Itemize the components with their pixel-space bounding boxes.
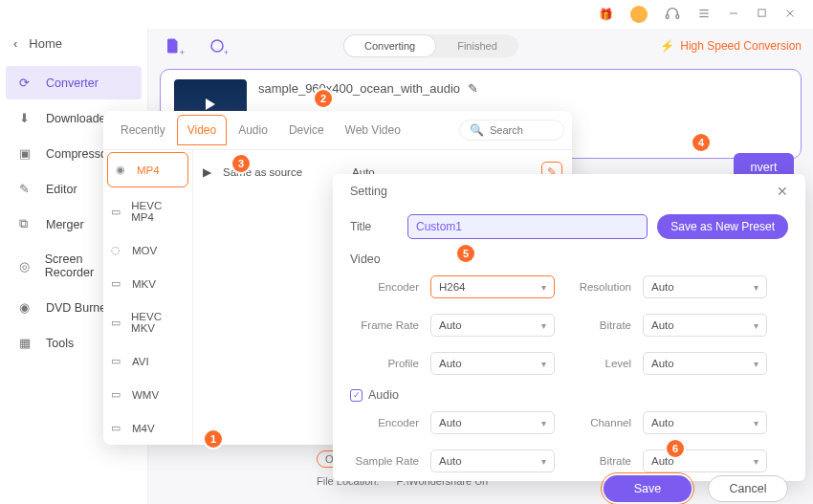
- video-framerate-select[interactable]: Auto▾: [430, 314, 555, 337]
- high-speed-toggle[interactable]: ⚡ High Speed Conversion: [660, 39, 802, 53]
- svg-rect-6: [758, 10, 765, 16]
- tab-finished[interactable]: Finished: [436, 34, 518, 57]
- format-item-hevc-mkv[interactable]: ▭HEVC MKV: [103, 300, 192, 344]
- sidebar-item-converter[interactable]: ⟳Converter: [6, 66, 142, 99]
- audio-encoder-select[interactable]: Auto▾: [430, 411, 555, 434]
- save-new-preset-button[interactable]: Save as New Preset: [657, 214, 788, 239]
- format-tab-device[interactable]: Device: [279, 116, 334, 144]
- close-icon[interactable]: ✕: [777, 184, 788, 199]
- headset-icon[interactable]: [665, 6, 680, 24]
- format-item-label: AVI: [132, 356, 149, 367]
- format-icon: ◌: [111, 244, 124, 256]
- format-icon: ▭: [111, 388, 124, 401]
- recorder-icon: ◎: [19, 259, 33, 274]
- format-item-mov[interactable]: ◌MOV: [103, 233, 192, 267]
- format-item-mp4[interactable]: ◉MP4: [107, 152, 188, 187]
- video-profile-select[interactable]: Auto▾: [430, 352, 555, 375]
- format-item-hevc-mp4[interactable]: ▭HEVC MP4: [103, 189, 192, 233]
- cancel-button[interactable]: Cancel: [708, 475, 788, 502]
- back-home[interactable]: ‹ Home: [0, 29, 147, 58]
- chevron-down-icon: ▾: [754, 359, 758, 369]
- title-input[interactable]: [407, 214, 648, 239]
- format-item-wmv[interactable]: ▭WMV: [103, 378, 192, 411]
- format-search-input[interactable]: [490, 124, 557, 136]
- radio-icon: ◉: [116, 164, 129, 176]
- setting-header: Setting ✕: [350, 184, 788, 199]
- close-icon[interactable]: [784, 8, 796, 22]
- video-level-select[interactable]: Auto▾: [643, 352, 767, 375]
- audio-bitrate-select[interactable]: Auto▾: [643, 449, 767, 472]
- setting-heading: Setting: [350, 185, 387, 198]
- converter-icon: ⟳: [19, 76, 34, 90]
- annotation-badge-5: 5: [457, 245, 474, 262]
- select-value: Auto: [651, 417, 674, 428]
- encoder-label: Encoder: [350, 281, 421, 293]
- add-folder-button[interactable]: +: [204, 33, 231, 59]
- tab-converting[interactable]: Converting: [343, 34, 436, 57]
- tools-icon: ▦: [19, 336, 34, 350]
- format-tab-audio[interactable]: Audio: [229, 116, 277, 144]
- profile-label: Profile: [350, 358, 421, 369]
- a-bitrate-label: Bitrate: [564, 455, 633, 467]
- format-item-avi[interactable]: ▭AVI: [103, 344, 192, 378]
- chevron-down-icon: ▾: [754, 320, 758, 331]
- save-button[interactable]: Save: [604, 475, 692, 502]
- chevron-left-icon: ‹: [13, 36, 17, 51]
- avatar[interactable]: [630, 6, 648, 23]
- format-item-label: MKV: [132, 278, 156, 290]
- status-tabs: Converting Finished: [343, 34, 518, 57]
- video-bitrate-select[interactable]: Auto▾: [643, 314, 767, 337]
- format-icon: ▭: [111, 355, 124, 367]
- format-search[interactable]: 🔍: [459, 120, 564, 141]
- a-samplerate-label: Sample Rate: [350, 455, 421, 467]
- format-tab-webvideo[interactable]: Web Video: [336, 116, 410, 144]
- high-speed-label: High Speed Conversion: [680, 39, 802, 53]
- a-encoder-label: Encoder: [350, 417, 421, 428]
- minimize-icon[interactable]: [728, 8, 739, 22]
- maximize-icon[interactable]: [757, 8, 767, 21]
- format-tab-video[interactable]: Video: [177, 115, 227, 145]
- format-tab-recently[interactable]: Recently: [111, 116, 175, 144]
- select-value: Auto: [651, 358, 674, 369]
- sidebar-item-label: Merger: [46, 218, 84, 231]
- audio-checkbox[interactable]: ✓: [350, 389, 363, 402]
- select-value: H264: [439, 281, 466, 293]
- svg-rect-0: [666, 14, 669, 18]
- video-params: Encoder H264▾ Resolution Auto▾ Frame Rat…: [350, 275, 788, 375]
- select-value: Auto: [439, 417, 462, 428]
- a-channel-label: Channel: [564, 417, 633, 428]
- video-icon: ▶: [203, 165, 211, 179]
- rename-icon[interactable]: ✎: [468, 81, 478, 96]
- annotation-badge-6: 6: [667, 440, 684, 457]
- select-value: Auto: [439, 358, 462, 369]
- title-row: Title Save as New Preset: [350, 214, 788, 239]
- add-file-button[interactable]: +: [160, 33, 187, 59]
- audio-channel-select[interactable]: Auto▾: [643, 411, 767, 434]
- format-item-label: MP4: [137, 164, 160, 176]
- menu-icon[interactable]: [697, 7, 711, 23]
- format-icon: ▭: [111, 422, 124, 434]
- select-value: Auto: [651, 455, 674, 467]
- sidebar-item-label: Compressor: [46, 147, 111, 161]
- audio-label: Audio: [368, 388, 399, 402]
- video-encoder-select[interactable]: H264▾: [430, 275, 555, 298]
- audio-samplerate-select[interactable]: Auto▾: [430, 449, 555, 472]
- format-item-label: HEVC MP4: [131, 200, 185, 223]
- play-icon: [206, 99, 215, 110]
- chevron-down-icon: ▾: [754, 418, 758, 428]
- dvd-icon: ◉: [19, 300, 34, 315]
- format-item-mkv[interactable]: ▭MKV: [103, 267, 192, 300]
- setting-footer: Save Cancel: [350, 472, 788, 504]
- select-value: Auto: [439, 319, 462, 331]
- audio-params: Encoder Auto▾ Channel Auto▾ Sample Rate …: [350, 411, 788, 472]
- gift-icon[interactable]: 🎁: [599, 8, 613, 21]
- level-label: Level: [564, 358, 633, 369]
- editor-icon: ✎: [19, 182, 34, 196]
- back-label: Home: [29, 36, 62, 51]
- video-resolution-select[interactable]: Auto▾: [643, 275, 767, 298]
- chevron-down-icon: ▾: [541, 418, 546, 428]
- select-value: Auto: [651, 319, 674, 331]
- format-item-m4v[interactable]: ▭M4V: [103, 411, 192, 445]
- titlebar: 🎁: [0, 0, 813, 29]
- format-item-label: HEVC MKV: [131, 311, 185, 334]
